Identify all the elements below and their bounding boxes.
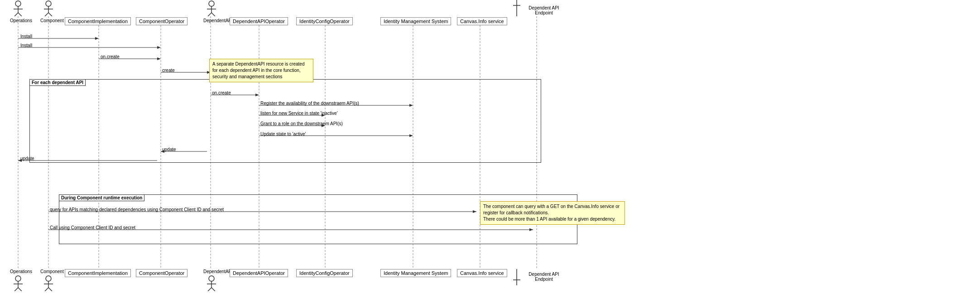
svg-line-67 (211, 288, 215, 291)
svg-point-63 (209, 276, 214, 281)
component-impl-box-bottom: ComponentImplementation (65, 269, 131, 277)
note-dependent-api: A separate DependentAPI resource is crea… (209, 59, 313, 82)
identity-config-operator-box-top: IdentityConfigOperator (296, 17, 353, 25)
svg-line-39 (14, 13, 18, 16)
frame-for-each: For each dependent API (29, 79, 541, 163)
operations-actor-top: Operations (10, 0, 26, 23)
dependent-api-operator-box-bottom: DependentAPIOperator (230, 269, 288, 277)
svg-line-66 (208, 288, 211, 291)
dependent-api-actor-bottom: DependentAPI (203, 269, 220, 292)
frame-for-each-label: For each dependent API (30, 80, 86, 86)
svg-point-46 (209, 1, 214, 6)
svg-marker-13 (157, 46, 161, 49)
svg-line-44 (45, 13, 48, 16)
dependent-api-label-top: DependentAPI (203, 18, 220, 23)
dependent-api-actor-top: DependentAPI (203, 0, 220, 23)
svg-marker-11 (95, 37, 99, 40)
svg-line-56 (14, 288, 18, 291)
svg-point-58 (46, 276, 51, 281)
component-impl-box-top: ComponentImplementation (65, 17, 131, 25)
svg-line-62 (48, 288, 52, 291)
operations-label-top: Operations (10, 18, 26, 23)
operations-actor-bottom: Operations (10, 269, 26, 292)
canvas-info-box-bottom: Canvas.Info service (457, 269, 507, 277)
svg-point-53 (15, 276, 21, 281)
identity-mgmt-box-top: Identity Management System (380, 17, 451, 25)
dependent-api-endpoint-top: Dependent API Endpoint (507, 0, 566, 16)
identity-mgmt-box-bottom: Identity Management System (380, 269, 451, 277)
svg-line-50 (211, 13, 215, 16)
svg-line-57 (18, 288, 22, 291)
component-operator-box-bottom: ComponentOperator (136, 269, 187, 277)
svg-line-40 (18, 13, 22, 16)
component-label-bottom: Component (40, 269, 57, 274)
msg-install-2: Install (20, 43, 32, 48)
svg-marker-15 (157, 57, 161, 60)
svg-point-41 (46, 1, 51, 6)
component-actor-bottom: Component (40, 269, 57, 292)
dependent-api-endpoint-label-bottom: Dependent API Endpoint (522, 269, 566, 282)
diagram-container: Operations Component ComponentImplementa… (0, 0, 980, 307)
identity-config-operator-box-bottom: IdentityConfigOperator (296, 269, 353, 277)
svg-point-36 (15, 1, 21, 6)
frame-during-runtime-label: During Component runtime execution (59, 195, 144, 201)
dependent-api-label-bottom: DependentAPI (203, 269, 220, 274)
msg-oncreate-1: on.create (101, 54, 120, 59)
svg-line-61 (45, 288, 48, 291)
svg-line-49 (208, 13, 211, 16)
svg-line-45 (48, 13, 52, 16)
msg-create: create (162, 68, 175, 73)
note-canvas-info: The component can query with a GET on th… (480, 201, 625, 225)
operations-label-bottom: Operations (10, 269, 26, 274)
msg-install-1: Install (20, 34, 32, 39)
component-actor-top: Component (40, 0, 57, 23)
component-operator-box-top: ComponentOperator (136, 17, 187, 25)
dependent-api-operator-box-top: DependentAPIOperator (230, 17, 288, 25)
dependent-api-endpoint-bottom: Dependent API Endpoint (507, 269, 566, 285)
canvas-info-box-top: Canvas.Info service (457, 17, 507, 25)
component-label-top: Component (40, 18, 57, 23)
dependent-api-endpoint-label-top: Dependent API Endpoint (522, 1, 566, 15)
